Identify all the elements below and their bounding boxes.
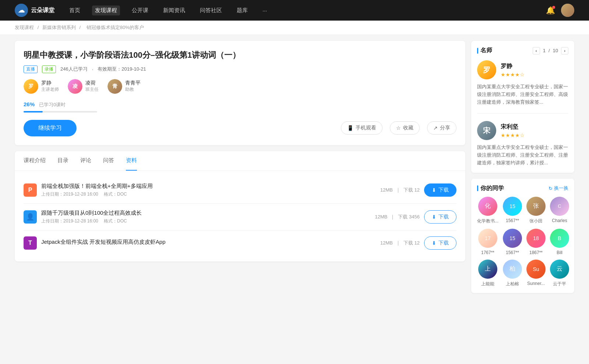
classmate-avatar-3: C — [550, 197, 569, 216]
resource-downloads-0: 下载 12 — [403, 187, 420, 193]
classmate-avatar-2: 张 — [526, 197, 546, 216]
share-label: 分享 — [440, 125, 450, 131]
classmate-avatar-7: B — [550, 229, 569, 248]
bell-icon[interactable]: 🔔 — [546, 6, 555, 15]
resource-icon-1: 👤 — [24, 210, 37, 224]
refresh-button[interactable]: ↻ 换一换 — [549, 185, 568, 192]
classmate-avatar-0: 化 — [478, 197, 497, 216]
classmate-8[interactable]: 上 上能能 — [477, 260, 498, 287]
nav-item-exam[interactable]: 题库 — [234, 6, 251, 15]
classmate-name-8: 上能能 — [481, 281, 494, 287]
teacher-avatar-2: 青 — [107, 79, 122, 94]
breadcrumb-sep-1: / — [38, 25, 40, 30]
classmates-sidebar-title: 你的同学 — [477, 185, 504, 192]
tabs-card: 课程介绍 目录 评论 问答 资料 P 前端全栈加强版！前端全栈+全周期+多端应用… — [15, 151, 465, 261]
classmate-name-1: 1567** — [506, 218, 519, 223]
tab-content-resources: P 前端全栈加强版！前端全栈+全周期+多端应用 上传日期：2019-12-28 … — [15, 171, 465, 261]
tab-intro[interactable]: 课程介绍 — [24, 151, 46, 171]
classmate-4[interactable]: 17 1767** — [477, 229, 498, 255]
download-button-0[interactable]: ⬇ 下载 — [424, 183, 456, 197]
teacher-info-0: 罗静 主讲老师 — [41, 80, 59, 93]
next-page-button[interactable]: › — [561, 47, 568, 54]
course-meta: 直播 录播 246人已学习 · 有效期至：2019-10-21 — [24, 65, 456, 73]
notification-dot — [552, 6, 555, 9]
download-button-1[interactable]: ⬇ 下载 — [424, 210, 456, 224]
progress-area: 26% 已学习0课时 — [24, 101, 456, 113]
nav-item-home[interactable]: 首页 — [66, 6, 83, 15]
download-button-2[interactable]: ⬇ 下载 — [424, 236, 456, 250]
teachers-sidebar-title: 名师 — [477, 47, 492, 54]
logo[interactable]: ☁ 云朵课堂 — [15, 4, 54, 17]
share-button[interactable]: ↗ 分享 — [427, 121, 456, 135]
classmate-7[interactable]: B Bill — [550, 229, 569, 255]
star-icon: ☆ — [396, 125, 401, 131]
nav-item-qa[interactable]: 问答社区 — [197, 6, 225, 15]
download-label-1: 下载 — [438, 214, 449, 220]
classmate-5[interactable]: 15 1567** — [503, 229, 522, 255]
nav-item-news[interactable]: 新闻资讯 — [160, 6, 188, 15]
refresh-icon: ↻ — [549, 186, 553, 191]
tab-qa[interactable]: 问答 — [103, 151, 114, 171]
classmate-avatar-9: 柏 — [503, 260, 522, 279]
classmates-header: 你的同学 ↻ 换一换 — [477, 185, 568, 192]
classmate-3[interactable]: C Charles — [550, 197, 569, 224]
classmate-11[interactable]: 云 云于平 — [550, 260, 569, 287]
classmate-name-11: 云于平 — [553, 281, 566, 287]
breadcrumb-link-series[interactable]: 新媒体营销系列 — [42, 25, 76, 30]
continue-button[interactable]: 继续学习 — [24, 120, 77, 136]
mobile-view-button[interactable]: 📱 手机观看 — [341, 121, 382, 135]
nav-item-discover[interactable]: 发现课程 — [92, 6, 120, 15]
resource-item-0: P 前端全栈加强版！前端全栈+全周期+多端应用 上传日期：2019-12-28 … — [24, 177, 456, 204]
teacher-0: 罗 罗静 主讲老师 — [24, 79, 59, 94]
resource-format-0: 格式：DOC — [104, 192, 127, 197]
classmates-sidebar-card: 你的同学 ↻ 换一换 化 化学教书... 15 1567** 张 张小田 — [471, 179, 574, 293]
teacher-avatar-0: 罗 — [24, 79, 38, 94]
classmate-name-3: Charles — [552, 218, 567, 223]
progress-bar-bg — [24, 111, 97, 113]
progress-bar-fill — [24, 111, 43, 113]
teacher-1: 凌 凌荷 班主任 — [68, 79, 99, 94]
classmate-2[interactable]: 张 张小田 — [526, 197, 546, 224]
download-icon-1: ⬇ — [432, 214, 436, 220]
resource-format-1: 格式：DOC — [104, 218, 127, 224]
teacher-name-1: 凌荷 — [85, 80, 99, 86]
page-total: 10 — [553, 48, 558, 53]
teacher-sidebar-top-1: 宋 宋利坚 ★★★★☆ — [477, 121, 568, 140]
valid-until: 有效期至：2019-10-21 — [98, 66, 146, 72]
teacher-role-2: 助教 — [125, 86, 141, 93]
classmate-0[interactable]: 化 化学教书... — [477, 197, 498, 224]
navbar-left: ☁ 云朵课堂 首页 发现课程 公开课 新闻资讯 问答社区 题库 ··· — [15, 4, 270, 17]
tab-catalog[interactable]: 目录 — [57, 151, 68, 171]
classmate-6[interactable]: 18 1867** — [526, 229, 546, 255]
teachers-list: 罗 罗静 主讲老师 凌 凌荷 班主任 — [24, 79, 456, 94]
resource-stats-1: 12MB ｜ 下载 3456 — [375, 214, 420, 220]
tab-resources[interactable]: 资料 — [126, 151, 137, 171]
nav-item-more[interactable]: ··· — [260, 6, 270, 15]
classmate-name-4: 1767** — [481, 250, 494, 255]
classmate-1[interactable]: 15 1567** — [503, 197, 522, 224]
download-label-2: 下载 — [438, 240, 449, 246]
prev-page-button[interactable]: ‹ — [533, 47, 540, 54]
navbar-right: 🔔 — [546, 4, 574, 17]
course-actions: 继续学习 📱 手机观看 ☆ 收藏 ↗ 分享 — [24, 120, 456, 136]
teacher-sidebar-name-info-1: 宋利坚 ★★★★☆ — [501, 123, 525, 138]
course-title: 明星中教授课，小学阶段语法100分–强化级第1讲动词（一） — [24, 50, 456, 61]
classmates-grid: 化 化学教书... 15 1567** 张 张小田 C Charles 17 — [477, 197, 568, 287]
favorite-button[interactable]: ☆ 收藏 — [390, 121, 420, 135]
mobile-icon: 📱 — [347, 125, 353, 131]
classmate-avatar-6: 18 — [526, 229, 546, 248]
user-avatar-nav[interactable] — [561, 4, 574, 17]
teachers-sidebar-header: 名师 ‹ 1 / 10 › — [477, 47, 568, 54]
tab-comments[interactable]: 评论 — [80, 151, 91, 171]
main-layout: 明星中教授课，小学阶段语法100分–强化级第1讲动词（一） 直播 录播 246人… — [0, 35, 589, 305]
teacher-role-0: 主讲老师 — [41, 86, 59, 93]
breadcrumb-link-discover[interactable]: 发现课程 — [15, 25, 34, 30]
progress-sub: 已学习0课时 — [39, 102, 66, 107]
classmate-name-5: 1567** — [506, 250, 519, 255]
classmate-10[interactable]: Su Sunner... — [526, 260, 546, 287]
user-avatar-image — [561, 4, 574, 17]
teacher-sidebar-0: 罗 罗静 ★★★★☆ 国内某重点大学安全工程专业硕士，国家一级注册消防工程师、注… — [477, 60, 568, 114]
resource-stats-2: 12MB ｜ 下载 12 — [380, 240, 420, 246]
classmate-9[interactable]: 柏 上柏榕 — [503, 260, 522, 287]
nav-item-open[interactable]: 公开课 — [129, 6, 151, 15]
